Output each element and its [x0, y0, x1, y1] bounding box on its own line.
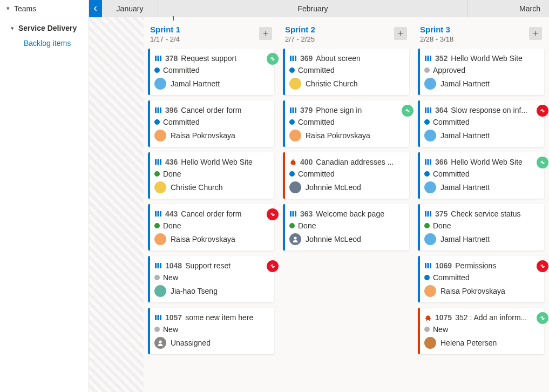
link-badge-icon[interactable] — [402, 105, 414, 117]
card-title: Welcome back page — [316, 209, 404, 218]
card-state: Committed — [298, 170, 335, 178]
state-dot-icon — [424, 327, 430, 332]
work-item-card[interactable]: 400 Canadian addresses ... Committed Joh… — [283, 152, 409, 199]
svg-rect-17 — [160, 315, 161, 320]
teams-header[interactable]: ▾ Teams — [0, 0, 89, 17]
chevron-left-icon — [93, 6, 98, 11]
svg-rect-24 — [295, 107, 296, 113]
backlog-items-link[interactable]: Backlog items — [0, 36, 89, 51]
work-item-card[interactable]: 1075 352 : Add an inform... New Helena P… — [418, 308, 544, 354]
timeline-prev-button[interactable] — [89, 0, 102, 17]
svg-rect-30 — [425, 56, 426, 61]
sprint-column: Sprint 2 2/7 - 2/25 + 369 About screen C… — [279, 17, 414, 392]
card-state-row: New — [424, 325, 539, 334]
timeline-month[interactable]: February — [158, 0, 468, 17]
state-dot-icon — [289, 223, 295, 228]
svg-rect-28 — [295, 211, 296, 217]
work-item-card[interactable]: 1069 Permissions Committed Raisa Pokrovs… — [418, 256, 544, 302]
card-state: Committed — [163, 66, 200, 75]
card-id: 443 — [165, 209, 178, 218]
link-badge-icon[interactable] — [537, 312, 548, 324]
sprint-column: Sprint 3 2/28 - 3/18 + 352 Hello World W… — [414, 17, 548, 392]
work-item-card[interactable]: 443 Cancel order form Done Raisa Pokrovs… — [148, 204, 274, 251]
sprint-title[interactable]: Sprint 1 — [150, 25, 180, 34]
work-item-card[interactable]: 364 Slow response on inf... Committed Ja… — [418, 100, 544, 147]
work-item-card[interactable]: 436 Hello World Web Site Done Christie C… — [148, 152, 274, 199]
card-assignee-row: Jamal Hartnett — [424, 181, 539, 193]
timeline-month[interactable]: March — [468, 0, 549, 17]
card-id: 379 — [300, 106, 313, 114]
card-title: Phone sign in — [316, 106, 404, 114]
svg-rect-4 — [158, 107, 159, 113]
card-state: Done — [163, 221, 181, 230]
svg-rect-8 — [160, 159, 161, 165]
unassigned-avatar-icon — [154, 337, 166, 349]
card-state-row: Committed — [289, 170, 404, 178]
work-item-card[interactable]: 396 Cancel order form Committed Raisa Po… — [148, 100, 274, 147]
work-item-card[interactable]: 379 Phone sign in Committed Raisa Pokrov… — [283, 100, 409, 147]
card-assignee: Jamal Hartnett — [440, 131, 490, 140]
state-dot-icon — [424, 171, 430, 177]
avatar — [424, 233, 436, 245]
add-card-button[interactable]: + — [259, 27, 272, 40]
work-item-card[interactable]: 369 About screen Committed Christie Chur… — [283, 49, 409, 95]
card-title: Hello World Web Site — [181, 158, 269, 166]
card-title-row: 369 About screen — [289, 54, 404, 63]
work-item-card[interactable]: 378 Request support Committed Jamal Hart… — [148, 49, 274, 95]
svg-point-18 — [159, 340, 161, 343]
svg-rect-34 — [428, 107, 429, 113]
card-assignee: Helena Petersen — [440, 339, 497, 347]
card-state-row: Committed — [154, 118, 269, 126]
timeline-month[interactable]: January — [102, 0, 158, 17]
work-item-card[interactable]: 1048 Support reset New Jia-hao Tseng — [148, 256, 274, 302]
card-state: Committed — [163, 118, 200, 126]
card-state-row: Committed — [424, 170, 539, 178]
svg-rect-23 — [293, 107, 294, 113]
svg-rect-35 — [430, 107, 431, 113]
avatar — [154, 181, 166, 193]
avatar — [424, 181, 436, 193]
link-badge-icon[interactable] — [267, 53, 279, 65]
card-id: 352 — [435, 54, 448, 63]
card-assignee: Christie Church — [171, 183, 222, 192]
work-item-card[interactable]: 366 Hello World Web Site Committed Jamal… — [418, 152, 544, 199]
state-dot-icon — [154, 327, 160, 332]
card-title: Check service status — [451, 209, 539, 218]
link-badge-icon[interactable] — [267, 208, 279, 220]
card-state: Committed — [433, 170, 470, 178]
link-badge-icon[interactable] — [537, 260, 548, 272]
pbi-icon — [289, 210, 297, 218]
card-state-row: Done — [289, 221, 404, 230]
state-dot-icon — [154, 171, 160, 177]
card-title-row: 363 Welcome back page — [289, 209, 404, 218]
work-item-card[interactable]: 352 Hello World Web Site Approved Jamal … — [418, 49, 544, 95]
link-badge-icon[interactable] — [537, 105, 548, 117]
work-item-card[interactable]: 363 Welcome back page Done Johnnie McLeo… — [283, 204, 409, 251]
chevron-down-icon: ▾ — [6, 5, 10, 12]
link-badge-icon[interactable] — [537, 157, 548, 168]
pbi-icon — [154, 55, 162, 62]
avatar — [424, 285, 436, 297]
sprint-dates: 2/7 - 2/25 — [285, 35, 315, 43]
card-assignee: Jamal Hartnett — [440, 79, 490, 88]
link-badge-icon[interactable] — [267, 260, 279, 272]
team-group[interactable]: ▾ Service Delivery — [0, 17, 89, 36]
state-dot-icon — [289, 119, 295, 125]
svg-rect-14 — [160, 263, 161, 268]
svg-rect-27 — [293, 211, 294, 217]
card-id: 363 — [300, 209, 313, 218]
work-item-card[interactable]: 375 Check service status Done Jamal Hart… — [418, 204, 544, 251]
add-card-button[interactable]: + — [394, 27, 407, 40]
sprint-title[interactable]: Sprint 3 — [420, 25, 453, 34]
work-item-card[interactable]: 1057 some new item here New Unassigned — [148, 308, 274, 354]
card-title-row: 378 Request support — [154, 54, 269, 63]
card-state-row: New — [154, 273, 269, 282]
sprint-title[interactable]: Sprint 2 — [285, 25, 315, 34]
card-title: Slow response on inf... — [451, 106, 539, 114]
svg-rect-36 — [425, 159, 426, 165]
card-title-row: 1069 Permissions — [424, 261, 539, 270]
add-card-button[interactable]: + — [529, 27, 542, 40]
teams-label: Teams — [14, 4, 36, 13]
card-assignee: Jamal Hartnett — [171, 79, 220, 88]
card-title-row: 375 Check service status — [424, 209, 539, 218]
